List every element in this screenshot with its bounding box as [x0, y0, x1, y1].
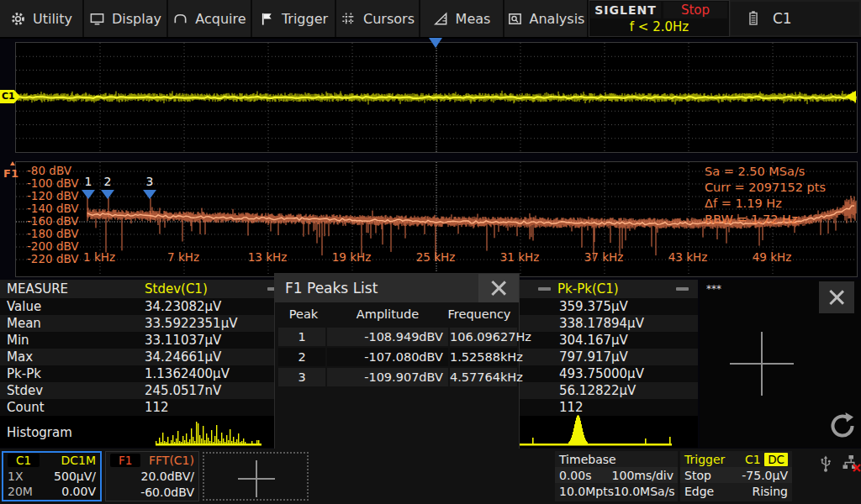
- peak-marker-icon: [82, 190, 95, 199]
- acquire-icon: [172, 11, 188, 27]
- peak-marker-icon: [143, 190, 156, 199]
- timebase-points: 10.0Mpts: [559, 485, 614, 498]
- fft-y-tick: -160 dBV: [27, 214, 79, 228]
- trigger-slope: Rising: [752, 485, 788, 498]
- trigger-source: C1: [745, 453, 761, 466]
- stdev-value: 33.5922351µV: [145, 315, 237, 332]
- pkpk-histogram: [515, 414, 675, 447]
- stdev-value: 1.1362400µV: [145, 365, 230, 382]
- add-trace-icon: [238, 460, 275, 497]
- io-status-icons: [817, 454, 861, 472]
- acquisition-status: Stop: [663, 2, 727, 18]
- menu-item-trigger[interactable]: Trigger: [252, 0, 336, 37]
- f1-row-3: -60.0dBV: [106, 484, 198, 500]
- network-disconnected-icon: [841, 454, 861, 472]
- timebase-box[interactable]: Timebase 0.00s 100ms/div 10.0Mpts 10.0MS…: [555, 451, 678, 501]
- measure-row-label: Mean: [7, 315, 41, 332]
- remove-measure-icon[interactable]: [676, 287, 689, 291]
- close-measure-panel-button[interactable]: [819, 281, 854, 313]
- c1-scale: 500µV/: [54, 470, 96, 483]
- stdev-value: 245.0517nV: [145, 382, 221, 399]
- battery-icon: [746, 9, 761, 28]
- f1-offset: -60.0dBV: [140, 486, 194, 499]
- menu-item-label: Acquire: [195, 11, 246, 27]
- remove-measure-icon[interactable]: [538, 287, 551, 291]
- menu-item-utility[interactable]: Utility: [0, 0, 84, 37]
- timebase-row-3: 10.0Mpts 10.0MSa/s: [555, 483, 678, 499]
- peak-frequency: 1.52588kHz: [450, 348, 517, 366]
- measure-column-pkpk[interactable]: Pk-Pk(C1): [557, 280, 619, 298]
- f1-trace-label[interactable]: F1: [3, 167, 18, 180]
- fft-y-tick: -140 dBV: [27, 202, 79, 215]
- display-icon: [89, 11, 105, 27]
- waveform-grid-and-trace: [16, 43, 857, 152]
- timebase-rate: 10.0MSa/s: [614, 485, 675, 498]
- timebase-label: Timebase: [559, 453, 616, 466]
- close-icon: [489, 279, 508, 297]
- menu-item-acquire[interactable]: Acquire: [168, 0, 252, 37]
- measure-row-label: Max: [7, 349, 33, 365]
- measure-column-stdev[interactable]: Stdev(C1): [145, 280, 208, 298]
- empty-measure-slot-panel: ***: [700, 280, 861, 448]
- menu-item-analysis[interactable]: Analysis: [504, 0, 589, 37]
- usb-icon: [817, 454, 834, 472]
- c1-probe: 1X: [8, 470, 24, 483]
- menu-item-label: Cursors: [363, 11, 415, 27]
- oscilloscope-screen: UtilityDisplayAcquireTriggerCursorsMeasA…: [0, 0, 861, 504]
- peak-frequency: 106.09627Hz: [450, 328, 517, 346]
- fft-x-tick: 7 kHz: [145, 250, 221, 264]
- f1-name-chip: F1: [110, 454, 140, 467]
- peak-number: 1: [278, 328, 325, 346]
- fft-x-tick: 13 kHz: [230, 250, 305, 264]
- analysis-icon: [507, 11, 523, 27]
- peaks-column-header: Peak: [280, 307, 327, 326]
- brand-status-cluster: SIGLENT Stop f < 2.0Hz: [589, 0, 730, 37]
- measure-row-label: Min: [7, 332, 29, 349]
- bottom-bar: C1 DC1M 1X 500µV/ 20M 0.00V F1 FFT(C1) 2…: [0, 449, 861, 504]
- timebase-scale: 100ms/div: [612, 469, 673, 482]
- add-trace-slot[interactable]: [203, 452, 309, 501]
- trigger-row-2: Stop -75.0µV: [680, 467, 792, 483]
- trigger-source-indicator[interactable]: C1: [731, 2, 859, 35]
- peak-marker-number: 3: [143, 175, 156, 188]
- dialog-close-button[interactable]: [478, 274, 519, 302]
- channel-c1-box[interactable]: C1 DC1M 1X 500µV/ 20M 0.00V: [2, 451, 102, 501]
- stdev-value: 33.11037µV: [145, 332, 221, 349]
- menu-bar: UtilityDisplayAcquireTriggerCursorsMeasA…: [0, 0, 861, 39]
- fft-info-readout: RBW = 1.72 Hz: [705, 212, 798, 228]
- menu-item-label: Display: [112, 11, 161, 27]
- dialog-title: F1 Peaks List: [285, 274, 378, 302]
- measure-icon: [433, 11, 449, 27]
- fft-info-readout: Curr = 2097152 pts: [705, 180, 826, 196]
- trigger-level-marker[interactable]: [845, 91, 856, 102]
- f1-up-arrow-icon: [10, 161, 15, 165]
- trigger-row-3: Edge Rising: [680, 483, 792, 499]
- trigger-type: Edge: [684, 485, 714, 498]
- c1-coupling: DC1M: [61, 454, 96, 467]
- f1-row-1: F1 FFT(C1): [106, 452, 198, 468]
- peak-number: 3: [278, 368, 325, 386]
- add-measure-icon[interactable]: [730, 332, 794, 396]
- peak-marker-number: 1: [82, 175, 95, 188]
- peak-marker-icon: [101, 190, 114, 199]
- dialog-titlebar[interactable]: F1 Peaks List: [275, 274, 519, 302]
- measure-row-label: Pk-Pk: [7, 365, 41, 382]
- fft-info-readout: Sa = 2.50 MSa/s: [705, 164, 805, 180]
- flag-icon: [259, 11, 275, 27]
- peak-amplitude: -107.080dBV: [327, 348, 448, 366]
- reset-statistics-icon[interactable]: [827, 411, 858, 441]
- menu-item-meas[interactable]: Meas: [420, 0, 504, 37]
- gear-icon: [10, 11, 26, 27]
- peak-amplitude: -109.907dBV: [327, 368, 448, 386]
- channel-f1-box[interactable]: F1 FFT(C1) 20.0dBV/ -60.0dBV: [105, 451, 199, 501]
- waveform-panel[interactable]: [15, 42, 858, 153]
- trigger-label: Trigger: [684, 453, 725, 466]
- fft-y-tick: -100 dBV: [27, 176, 79, 190]
- trigger-box[interactable]: Trigger C1 DC Stop -75.0µV Edge Rising: [680, 451, 792, 501]
- measure-row-label: Stdev: [7, 382, 43, 399]
- menu-item-cursors[interactable]: Cursors: [336, 0, 420, 37]
- trigger-position-marker[interactable]: [429, 38, 442, 48]
- peaks-row: 3-109.907dBV4.57764kHz: [275, 368, 519, 386]
- menu-item-display[interactable]: Display: [84, 0, 168, 37]
- stdev-value: 112: [145, 399, 169, 416]
